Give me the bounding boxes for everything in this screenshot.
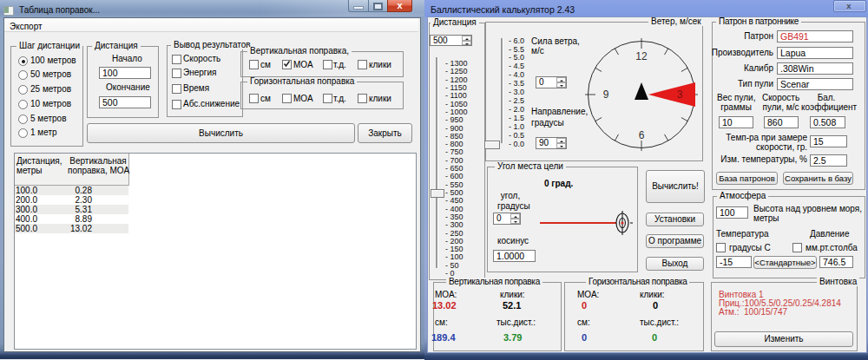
svg-text:6: 6 bbox=[639, 129, 645, 141]
svg-text:12: 12 bbox=[635, 50, 648, 62]
svg-text:9: 9 bbox=[603, 88, 609, 101]
svg-text:3: 3 bbox=[677, 88, 683, 101]
